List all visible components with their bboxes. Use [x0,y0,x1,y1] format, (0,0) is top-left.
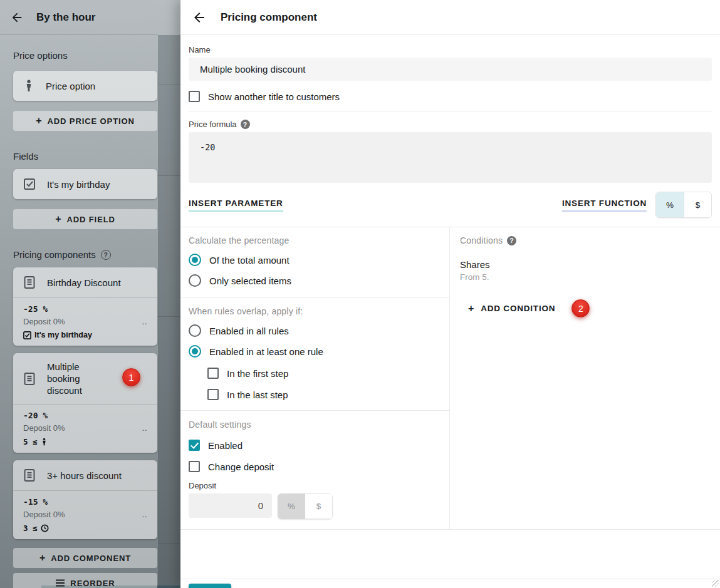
radio-selected-icon[interactable] [189,345,201,358]
checkbox-checked-icon[interactable] [189,440,200,451]
formula-unit-toggle: % $ [655,192,712,218]
name-input[interactable] [189,58,712,81]
divider [180,297,449,297]
radio-label: Enabled in all rules [209,326,289,336]
deposit-unit-toggle: % $ [278,493,333,519]
show-another-title-checkbox-row[interactable]: Show another title to customers [189,91,712,102]
checkbox-label: Change deposit [208,462,274,472]
component-card-body: -20 % Deposit 0% ‥ 5 ≤ [13,404,157,453]
conditions-label: Conditions [460,235,503,245]
panel-body: Name Show another title to customers Pri… [180,35,720,579]
document-icon [23,372,36,386]
price-option-label: Price option [46,80,95,92]
add-price-option-label: ADD PRICE OPTION [47,116,134,126]
checkbox-unchecked-icon[interactable] [189,91,200,102]
change-deposit-checkbox-row[interactable]: Change deposit [189,461,441,472]
plus-icon: + [55,214,61,224]
radio-label: Of the total amount [209,255,290,266]
insert-function-button[interactable]: INSERT FUNCTION [562,199,647,212]
insert-parameter-button[interactable]: INSERT PARAMETER [189,199,283,212]
component-card-body: -15 % Deposit 0% ‥ 3 ≤ [13,490,157,539]
in-last-step-checkbox-row[interactable]: In the last step [207,389,441,400]
add-price-option-button[interactable]: + ADD PRICE OPTION [13,111,157,131]
insert-row: INSERT PARAMETER INSERT FUNCTION % $ [189,192,712,218]
more-icon: ‥ [142,510,149,519]
save-button[interactable]: SAVE [189,584,231,588]
component-deposit: Deposit 0% [23,423,65,433]
add-condition-row: + ADD CONDITION 2 [460,299,710,317]
back-arrow-icon[interactable] [192,10,207,25]
reorder-label: REORDER [70,579,115,588]
panel-title: Pricing component [221,11,317,24]
component-deposit-row: Deposit 0% ‥ [23,317,149,326]
reorder-icon [55,579,65,587]
component-condition: 5 ≤ [23,437,38,446]
dimmed-backdrop: By the hour Price options Price option +… [0,0,180,588]
resize-grip-icon[interactable] [712,580,719,587]
radio-unselected-icon[interactable] [189,274,201,287]
in-first-step-checkbox-row[interactable]: In the first step [207,368,441,379]
add-field-label: ADD FIELD [66,215,115,224]
deposit-row: % $ [189,493,441,519]
component-card-header: Birthday Discount [13,267,157,297]
radio-of-total-amount[interactable]: Of the total amount [189,254,441,266]
checkbox-label: In the last step [227,389,288,400]
deposit-input[interactable] [189,493,272,518]
field-label: It's my birthday [47,178,110,190]
radio-selected-icon[interactable] [189,254,201,266]
help-icon[interactable]: ? [507,236,516,245]
help-icon[interactable]: ? [241,120,250,129]
component-deposit: Deposit 0% [23,510,65,519]
component-condition: 3 ≤ [23,524,38,533]
calc-percentage-label: Calculate the percentage [189,235,441,245]
checkbox-unchecked-icon[interactable] [207,389,219,400]
add-component-button[interactable]: + ADD COMPONENT [13,548,157,568]
checkbox-unchecked-icon[interactable] [189,461,200,472]
component-deposit: Deposit 0% [23,317,65,326]
settings-columns: Calculate the percentage Of the total am… [180,227,720,530]
deposit-percent-toggle-button[interactable]: % [278,493,305,519]
enabled-checkbox-row[interactable]: Enabled [189,440,441,451]
back-arrow-icon[interactable] [10,11,24,24]
backdrop-row-line [158,85,180,85]
component-deposit-row: Deposit 0% ‥ [23,510,149,519]
person-icon [41,438,48,446]
clock-icon [41,524,49,532]
radio-enabled-in-all-rules[interactable]: Enabled in all rules [189,324,441,337]
condition-name[interactable]: Shares [460,259,710,270]
radio-label: Enabled in at least one rule [209,346,323,357]
default-settings-label: Default settings [189,420,441,430]
percent-toggle-button[interactable]: % [656,192,684,217]
add-condition-button[interactable]: + ADD CONDITION [460,304,555,314]
radio-label: Only selected items [209,276,291,286]
radio-enabled-in-at-least-one-rule[interactable]: Enabled in at least one rule [189,345,441,358]
component-card-birthday-discount[interactable]: Birthday Discount -25 % Deposit 0% ‥ It'… [13,267,157,346]
overlap-label: When rules overlap, apply if: [189,306,441,316]
component-card-multiple-booking[interactable]: 1 Multiple booking discount -20 % Deposi… [13,353,157,453]
checkbox-label: In the first step [227,368,288,379]
conditions-column: Conditions ? Shares From 5. + ADD CONDIT… [450,227,720,529]
component-amount: -25 % [23,304,149,314]
add-field-button[interactable]: + ADD FIELD [13,209,157,229]
component-title: 3+ hours discount [47,470,122,482]
radio-unselected-icon[interactable] [189,324,201,337]
deposit-dollar-toggle-button[interactable]: $ [305,493,333,519]
checkbox-unchecked-icon[interactable] [207,368,219,379]
radio-only-selected-items[interactable]: Only selected items [189,274,441,287]
app-root: By the hour Price options Price option +… [0,0,720,588]
reorder-button[interactable]: REORDER [13,573,157,588]
conditions-label-row: Conditions ? [460,235,710,245]
component-condition: It's my birthday [34,331,92,339]
component-card-3-hours[interactable]: 3+ hours discount -15 % Deposit 0% ‥ 3 ≤ [13,460,157,539]
component-amount: -20 % [23,411,149,420]
price-option-card[interactable]: Price option [13,71,157,101]
help-icon[interactable]: ? [101,250,111,260]
component-deposit-row: Deposit 0% ‥ [23,423,149,433]
price-formula-input[interactable]: -20 [189,132,712,183]
sidebar-header: By the hour [0,0,158,35]
dollar-toggle-button[interactable]: $ [684,192,711,217]
component-condition-row: It's my birthday [23,331,149,339]
panel-footer: SAVE DELETE [180,579,720,588]
add-component-label: ADD COMPONENT [51,554,131,563]
field-card[interactable]: It's my birthday [13,169,157,199]
